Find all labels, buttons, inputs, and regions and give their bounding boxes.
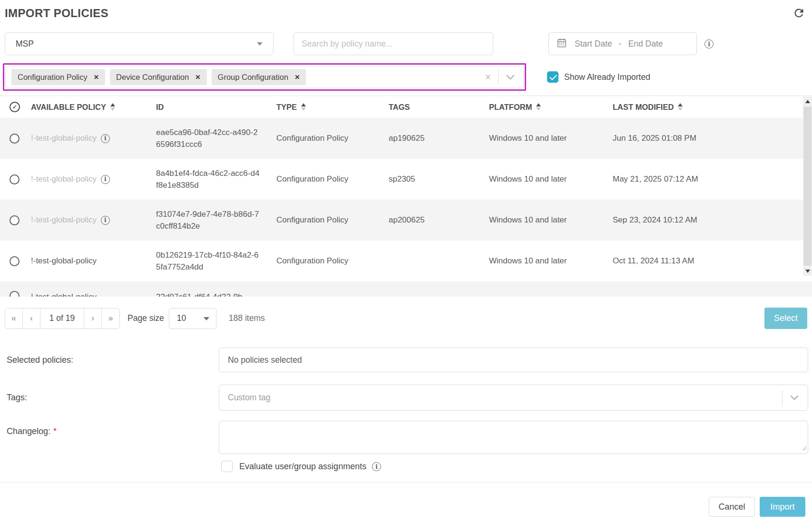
- row-radio[interactable]: [10, 215, 20, 225]
- search-input[interactable]: [293, 32, 493, 55]
- policy-id: 8a4b1ef4-fdca-46c2-acc6-d4f8e1e8385d: [151, 159, 272, 200]
- policy-id: eae5ca96-0baf-42cc-a490-26596f31ccc6: [151, 118, 272, 159]
- pagination-row: « ‹ 1 of 19 › » Page size 10 188 items S…: [5, 308, 807, 329]
- filter-chip-label: Device Configuration: [116, 73, 189, 82]
- show-imported-checkbox[interactable]: [547, 71, 558, 83]
- policy-name: !-test-global-policy: [31, 173, 97, 185]
- filter-chip-label: Configuration Policy: [18, 73, 88, 82]
- policy-info-icon[interactable]: i: [101, 216, 110, 225]
- chip-remove-icon[interactable]: ✕: [195, 73, 200, 81]
- select-all-header[interactable]: ✓: [0, 102, 26, 112]
- policy-id: f31074e7-9de7-4e78-b86d-7c0cff814b2e: [151, 200, 272, 241]
- policy-modified: Oct 11, 2024 11:13 AM: [608, 241, 812, 281]
- policy-modified: Jun 16, 2025 01:08 PM: [608, 118, 812, 159]
- table-row: !-test-global-policyif31074e7-9de7-4e78-…: [0, 200, 812, 241]
- row-radio[interactable]: [10, 174, 20, 184]
- sort-icon[interactable]: [301, 103, 306, 111]
- refresh-button[interactable]: [792, 7, 805, 20]
- policy-platform: [484, 281, 608, 297]
- date-range-info-icon[interactable]: i: [704, 39, 714, 48]
- table-scrollbar[interactable]: [803, 97, 812, 276]
- filter-chip: Device Configuration✕: [110, 69, 206, 85]
- end-date-placeholder: End Date: [628, 39, 663, 49]
- selected-policies-row: Selected policies: No policies selected: [7, 348, 808, 372]
- calendar-icon: [557, 38, 575, 50]
- row-radio[interactable]: [10, 291, 20, 297]
- policy-name: !-test-global-policy: [31, 255, 97, 267]
- row-radio[interactable]: [10, 134, 20, 144]
- first-page-button[interactable]: «: [5, 309, 23, 329]
- cancel-button[interactable]: Cancel: [709, 497, 755, 517]
- filter-chip: Configuration Policy✕: [11, 69, 105, 85]
- policy-info-icon[interactable]: i: [101, 134, 110, 143]
- page-size-label: Page size: [127, 313, 164, 323]
- chip-remove-icon[interactable]: ✕: [294, 73, 300, 81]
- policy-platform: Windows 10 and later: [484, 241, 608, 281]
- select-button[interactable]: Select: [764, 308, 807, 329]
- table-row: !-test-global-policy22d07c61-df64-4d22-9…: [0, 281, 812, 297]
- column-header-platform[interactable]: PLATFORM: [484, 103, 608, 112]
- sort-icon[interactable]: [110, 103, 115, 111]
- policy-type-chips: Configuration Policy✕Device Configuratio…: [11, 69, 306, 85]
- chip-remove-icon[interactable]: ✕: [94, 73, 99, 81]
- page-title: IMPORT POLICIES: [5, 7, 108, 20]
- import-button[interactable]: Import: [760, 497, 805, 517]
- column-label: TYPE: [276, 103, 297, 112]
- policy-name: !-test-global-policy: [31, 291, 97, 297]
- filter-chip: Group Configuration✕: [212, 69, 306, 85]
- table-row: !-test-global-policyieae5ca96-0baf-42cc-…: [0, 118, 812, 159]
- policy-name: !-test-global-policy: [31, 214, 97, 226]
- last-page-button[interactable]: »: [102, 309, 119, 329]
- tenant-select[interactable]: MSP: [5, 32, 274, 55]
- page-size-select[interactable]: 10: [169, 308, 216, 329]
- tags-row: Tags:: [7, 385, 808, 411]
- evaluate-row: Evaluate user/group assignments i: [221, 461, 812, 472]
- caret-down-icon: [204, 317, 209, 320]
- column-label: AVAILABLE POLICY: [31, 103, 106, 112]
- policy-platform: Windows 10 and later: [484, 118, 608, 159]
- evaluate-checkbox[interactable]: [221, 461, 233, 472]
- policy-tags: sp2305: [384, 159, 484, 200]
- column-header-name[interactable]: AVAILABLE POLICY: [26, 103, 151, 112]
- policy-type: Configuration Policy: [272, 118, 384, 159]
- table-row: !-test-global-policyi8a4b1ef4-fdca-46c2-…: [0, 159, 812, 200]
- next-page-button[interactable]: ›: [84, 309, 102, 329]
- policies-table: ✓AVAILABLE POLICYIDTYPETAGSPLATFORMLAST …: [0, 96, 812, 297]
- policy-type: Configuration Policy: [272, 241, 384, 281]
- clear-all-icon[interactable]: ✕: [478, 72, 498, 82]
- policy-type: Configuration Policy: [272, 159, 384, 200]
- row-radio[interactable]: [10, 256, 20, 266]
- custom-tag-input[interactable]: [219, 385, 808, 411]
- column-header-id: ID: [151, 103, 272, 112]
- selected-policies-label: Selected policies:: [7, 348, 219, 372]
- policy-platform: Windows 10 and later: [484, 159, 608, 200]
- evaluate-info-icon[interactable]: i: [372, 462, 381, 471]
- import-policies-dialog: IMPORT POLICIES MSP Start Date: [0, 0, 812, 522]
- scroll-down-icon[interactable]: [803, 266, 812, 276]
- footer: Cancel Import: [0, 497, 805, 517]
- show-already-imported-toggle[interactable]: Show Already Imported: [547, 71, 650, 83]
- sort-icon[interactable]: [678, 103, 683, 111]
- prev-page-button[interactable]: ‹: [23, 309, 40, 329]
- column-header-type[interactable]: TYPE: [272, 103, 384, 112]
- changelog-textarea[interactable]: [219, 421, 808, 454]
- column-header-tags: TAGS: [384, 103, 484, 112]
- column-header-modified[interactable]: LAST MODIFIED: [608, 103, 812, 112]
- current-page-indicator: 1 of 19: [40, 309, 84, 329]
- policy-id: 0b126219-17cb-4f10-84a2-65fa7752a4dd: [151, 241, 272, 281]
- topbar: IMPORT POLICIES: [0, 0, 812, 23]
- date-range-picker[interactable]: Start Date - End Date: [548, 32, 697, 55]
- scrollbar-thumb[interactable]: [803, 106, 812, 266]
- tenant-select-value: MSP: [16, 39, 34, 49]
- sort-icon[interactable]: [536, 103, 541, 111]
- policy-info-icon[interactable]: i: [101, 175, 110, 184]
- chevron-down-icon[interactable]: [499, 75, 518, 80]
- policy-type-multiselect[interactable]: Configuration Policy✕Device Configuratio…: [5, 66, 524, 88]
- policy-modified: May 21, 2025 07:12 AM: [608, 159, 812, 200]
- show-imported-label: Show Already Imported: [564, 72, 650, 82]
- start-date-placeholder: Start Date: [575, 39, 612, 49]
- scroll-up-icon[interactable]: [803, 97, 812, 106]
- policy-platform: Windows 10 and later: [484, 200, 608, 241]
- chevron-down-icon[interactable]: [783, 395, 802, 400]
- policy-tags: ap200625: [384, 200, 484, 241]
